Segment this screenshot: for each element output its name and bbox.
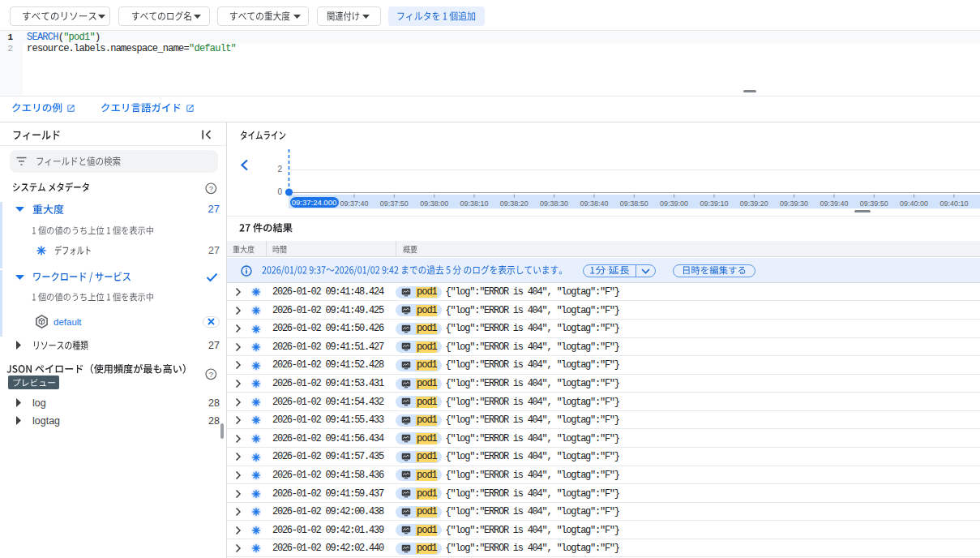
svg-text:09:40:00: 09:40:00 [900,200,928,208]
svg-text:09:38:10: 09:38:10 [460,200,488,208]
svg-text:09:37:50: 09:37:50 [380,200,409,208]
svg-text:?: ? [208,370,212,379]
svg-text:09:40:10: 09:40:10 [939,200,968,208]
svg-text:09:39:00: 09:39:00 [660,200,688,208]
svg-text:09:39:10: 09:39:10 [700,200,728,208]
svg-text:09:38:40: 09:38:40 [580,200,608,208]
svg-text:09:38:20: 09:38:20 [500,200,529,208]
svg-text:09:39:50: 09:39:50 [860,200,888,208]
svg-text:09:39:20: 09:39:20 [740,200,768,208]
svg-text:09:38:50: 09:38:50 [620,200,648,208]
svg-text:09:38:30: 09:38:30 [540,200,568,208]
svg-text:09:37:40: 09:37:40 [340,200,368,208]
svg-text:09:39:40: 09:39:40 [820,200,848,208]
svg-text:?: ? [209,183,213,192]
svg-text:09:39:30: 09:39:30 [780,200,808,208]
svg-text:09:38:00: 09:38:00 [420,200,448,208]
